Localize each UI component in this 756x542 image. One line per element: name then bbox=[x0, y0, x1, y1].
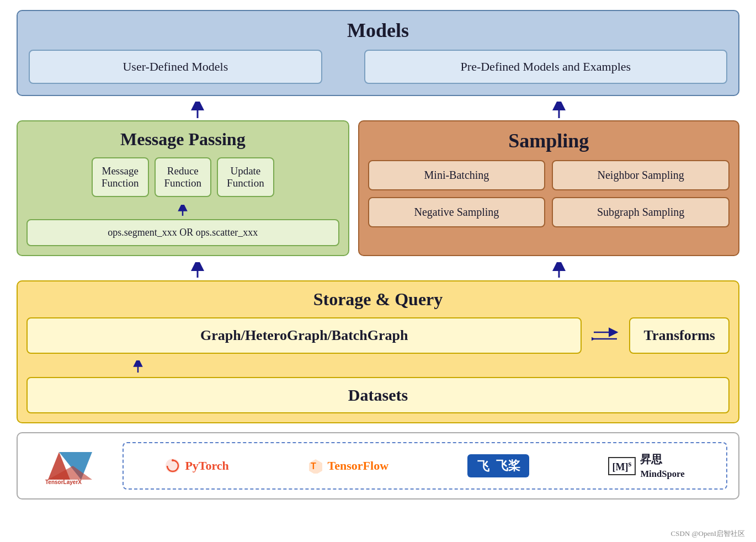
tensorflow-icon: T bbox=[308, 458, 323, 474]
mp-functions-row: MessageFunction ReduceFunction UpdateFun… bbox=[26, 157, 339, 197]
svg-text:T: T bbox=[311, 461, 316, 471]
arrow-mp-to-models bbox=[17, 102, 378, 119]
predefined-models-box: Pre-Defined Models and Examples bbox=[364, 50, 727, 84]
update-function-box: UpdateFunction bbox=[217, 157, 274, 197]
tlx-logo: TensorLayerX bbox=[29, 447, 111, 485]
arrows-to-middle bbox=[17, 262, 739, 279]
message-function-box: MessageFunction bbox=[92, 157, 149, 197]
models-title: Models bbox=[29, 19, 727, 42]
svg-text:飞: 飞 bbox=[477, 459, 489, 473]
sampling-layer: Sampling Mini-Batching Neighbor Sampling… bbox=[358, 120, 739, 256]
frameworks-layer: TensorLayerX PyTorch T TensorFlow bbox=[17, 432, 739, 500]
ops-wrap: ops.segment_xxx OR ops.scatter_xxx bbox=[26, 219, 339, 246]
message-passing-title: Message Passing bbox=[26, 129, 339, 150]
arrow-storage-to-mp bbox=[17, 262, 378, 279]
reduce-function-box: ReduceFunction bbox=[155, 157, 212, 197]
pytorch-icon bbox=[165, 458, 180, 474]
double-arrow-horizontal bbox=[592, 326, 619, 346]
tensorflow-badge: T TensorFlow bbox=[308, 458, 388, 474]
arrow-ops-to-reduce bbox=[26, 205, 339, 217]
tensorflow-label: TensorFlow bbox=[328, 459, 388, 473]
paddle-icon: 飞 bbox=[476, 458, 492, 474]
watermark: CSDN @OpenI启智社区 bbox=[671, 529, 745, 539]
arrow-storage-to-sampling bbox=[378, 262, 739, 279]
mindspore-badge: [M]s 昇思MindSpore bbox=[608, 452, 685, 480]
tlx-logo-svg: TensorLayerX bbox=[42, 447, 98, 485]
sampling-grid: Mini-Batching Neighbor Sampling Negative… bbox=[368, 160, 730, 227]
neighbor-sampling-box: Neighbor Sampling bbox=[552, 160, 730, 190]
negative-sampling-box: Negative Sampling bbox=[368, 197, 546, 227]
arrow-sampling-to-models bbox=[378, 102, 739, 119]
pytorch-badge: PyTorch bbox=[165, 458, 228, 474]
backends-dashed-box: PyTorch T TensorFlow 飞 飞桨 [M]s 昇思Mind bbox=[123, 442, 727, 490]
mindspore-m-icon: [M]s bbox=[608, 457, 636, 475]
subgraph-sampling-box: Subgraph Sampling bbox=[552, 197, 730, 227]
user-defined-models-box: User-Defined Models bbox=[29, 50, 322, 84]
paddle-badge: 飞 飞桨 bbox=[467, 454, 529, 477]
middle-row: Message Passing MessageFunction ReduceFu… bbox=[17, 120, 739, 256]
svg-text:TensorLayerX: TensorLayerX bbox=[45, 479, 82, 485]
svg-point-21 bbox=[172, 459, 174, 461]
storage-title: Storage & Query bbox=[26, 289, 730, 310]
arrow-datasets-to-graph bbox=[26, 360, 730, 374]
ops-box: ops.segment_xxx OR ops.scatter_xxx bbox=[26, 219, 339, 246]
mini-batching-box: Mini-Batching bbox=[368, 160, 546, 190]
storage-inner: Graph/HeteroGraph/BatchGraph Transforms bbox=[26, 317, 730, 354]
paddle-label: 飞桨 bbox=[496, 458, 520, 474]
mindspore-label: 昇思MindSpore bbox=[640, 452, 684, 480]
sampling-title: Sampling bbox=[368, 129, 730, 152]
message-passing-layer: Message Passing MessageFunction ReduceFu… bbox=[17, 120, 349, 256]
models-layer: Models User-Defined Models Pre-Defined M… bbox=[17, 10, 739, 96]
storage-layer: Storage & Query Graph/HeteroGraph/BatchG… bbox=[17, 280, 739, 423]
arrows-to-models bbox=[17, 102, 739, 119]
graph-box: Graph/HeteroGraph/BatchGraph bbox=[26, 317, 582, 354]
transforms-box: Transforms bbox=[629, 317, 730, 354]
pytorch-label: PyTorch bbox=[185, 459, 228, 473]
datasets-box: Datasets bbox=[26, 377, 730, 413]
